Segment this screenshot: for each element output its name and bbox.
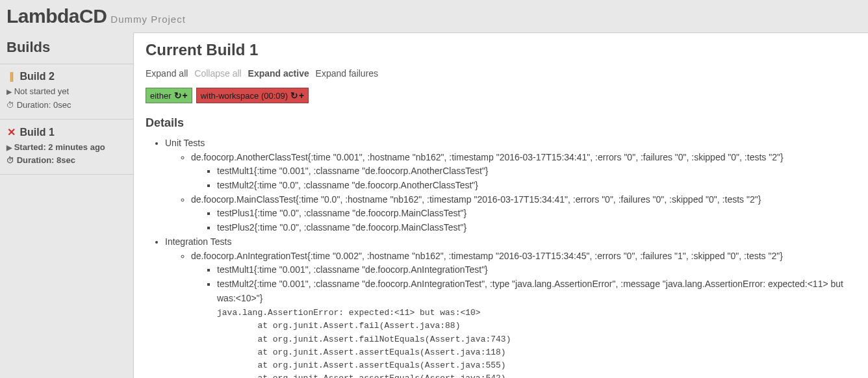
retry-icon[interactable]: ↻ [290,90,298,101]
details-title: Details [146,116,856,130]
retry-icon[interactable]: ↻ [174,90,182,101]
expand-all-link[interactable]: Expand all [146,68,188,79]
expand-step-icon[interactable]: + [183,90,188,101]
clock-icon: ⏱ [6,101,14,110]
expand-step-icon[interactable]: + [299,90,304,101]
paused-icon: || [6,71,16,82]
test-class: de.foocorp.AnIntegrationTest{:time "0.00… [191,249,856,379]
build-item[interactable]: || Build 2▶ Not started yet⏱ Duration: 0… [0,64,133,120]
pipeline-step[interactable]: with-workspace (00:09)↻+ [196,88,309,103]
failed-icon: ✕ [6,126,16,138]
pipeline-steps: either↻+with-workspace (00:09)↻+ [146,88,856,103]
expand-failures-link[interactable]: Expand failures [316,68,379,79]
test-case: testPlus1{:time "0.0", :classname "de.fo… [217,207,856,221]
test-case: testPlus2{:time "0.0", :classname "de.fo… [217,221,856,235]
clock-icon: ⏱ [6,156,14,165]
stack-trace: java.lang.AssertionError: expected:<11> … [217,307,856,378]
sidebar-title: Builds [0,32,133,64]
app-header: LambdaCD Dummy Project [0,0,868,32]
test-case: testMult2{:time "0.001", :classname "de.… [217,277,856,378]
play-icon: ▶ [6,88,12,95]
current-build-title: Current Build 1 [146,41,856,59]
project-subtitle: Dummy Project [110,14,186,25]
build-started: Started: 2 minutes ago [14,142,105,152]
build-started: Not started yet [14,86,70,96]
test-class: de.foocorp.MainClassTest{:time "0.0", :h… [191,193,856,235]
test-suite: Unit Testsde.foocorp.AnotherClassTest{:t… [165,136,856,235]
test-suite: Integration Testsde.foocorp.AnIntegratio… [165,235,856,378]
step-label: with-workspace (00:09) [201,91,288,101]
details-section: Details Unit Testsde.foocorp.AnotherClas… [146,116,856,378]
main-panel: Current Build 1 Expand all Collapse all … [133,32,868,378]
build-duration: Duration: 8sec [17,155,75,165]
test-case: testMult2{:time "0.0", :classname "de.fo… [217,179,856,193]
build-name: Build 2 [19,71,54,82]
test-case: testMult1{:time "0.001", :classname "de.… [217,263,856,277]
expand-active-link[interactable]: Expand active [248,68,309,79]
collapse-all-link[interactable]: Collapse all [194,68,241,79]
build-name: Build 1 [19,127,54,138]
build-item[interactable]: ✕ Build 1▶ Started: 2 minutes ago⏱ Durat… [0,120,133,175]
expand-controls: Expand all Collapse all Expand active Ex… [146,68,856,79]
pipeline-step[interactable]: either↻+ [146,88,192,103]
play-icon: ▶ [6,144,12,151]
build-duration: Duration: 0sec [17,100,71,110]
test-class: de.foocorp.AnotherClassTest{:time "0.001… [191,151,856,193]
builds-sidebar: Builds || Build 2▶ Not started yet⏱ Dura… [0,32,133,378]
test-case: testMult1{:time "0.001", :classname "de.… [217,164,856,179]
step-label: either [150,91,172,101]
app-title[interactable]: LambdaCD [6,5,107,27]
test-results-tree: Unit Testsde.foocorp.AnotherClassTest{:t… [146,136,856,378]
